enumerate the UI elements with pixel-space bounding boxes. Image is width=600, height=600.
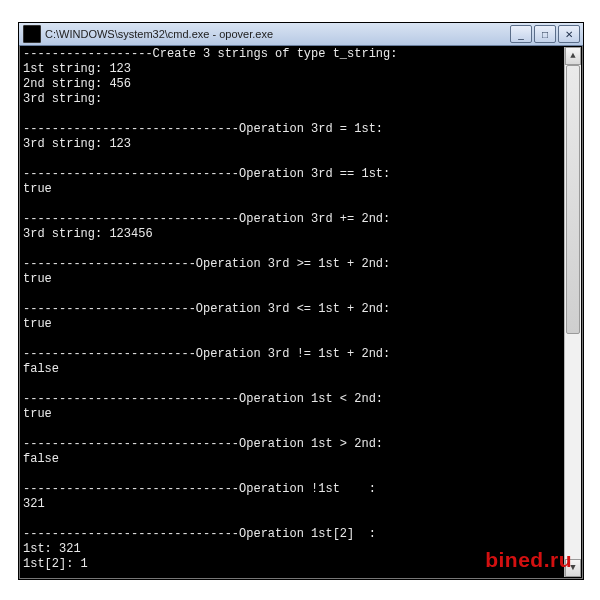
vertical-scrollbar[interactable]: ▲ ▼ [564,47,581,577]
console-window: C:\WINDOWS\system32\cmd.exe - opover.exe… [18,22,584,580]
minimize-button[interactable]: _ [510,25,532,43]
cmd-sysmenu-icon[interactable] [23,25,41,43]
scroll-up-button[interactable]: ▲ [565,47,581,65]
chevron-up-icon: ▲ [570,51,575,61]
console-output: ------------------Create 3 strings of ty… [23,47,563,577]
maximize-icon: □ [542,29,548,40]
maximize-button[interactable]: □ [534,25,556,43]
stage: C:\WINDOWS\system32\cmd.exe - opover.exe… [0,0,600,600]
minimize-icon: _ [518,29,524,40]
close-icon: ✕ [565,29,573,40]
window-buttons: _ □ ✕ [510,25,580,43]
chevron-down-icon: ▼ [570,563,575,573]
close-button[interactable]: ✕ [558,25,580,43]
console-client-area[interactable]: ------------------Create 3 strings of ty… [21,47,565,577]
scroll-track[interactable] [565,65,581,559]
window-title: C:\WINDOWS\system32\cmd.exe - opover.exe [45,28,510,40]
scroll-thumb[interactable] [566,65,580,334]
titlebar[interactable]: C:\WINDOWS\system32\cmd.exe - opover.exe… [19,23,583,46]
scroll-down-button[interactable]: ▼ [565,559,581,577]
